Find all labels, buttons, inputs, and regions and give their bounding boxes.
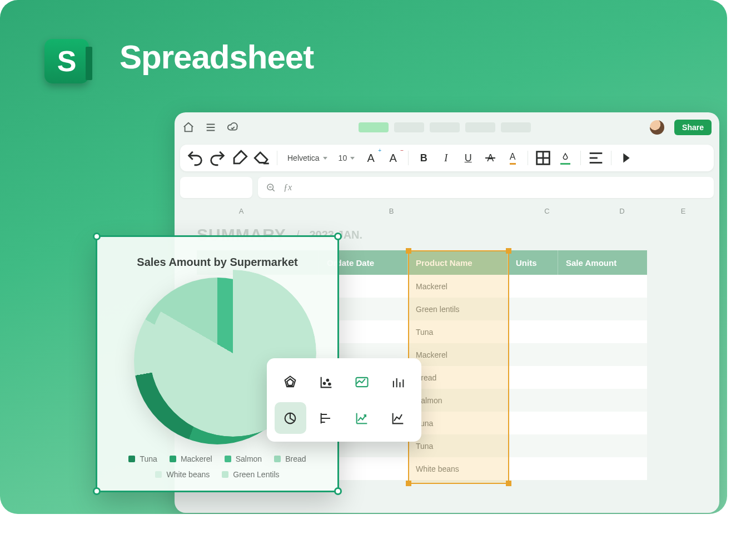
product-cell[interactable]: Green lentils: [408, 298, 508, 320]
formula-bar[interactable]: ƒx: [258, 177, 714, 198]
chart-type-column-icon[interactable]: [382, 366, 414, 398]
product-cell[interactable]: White beans: [408, 457, 508, 480]
col-header-B[interactable]: B: [286, 202, 497, 219]
table-header-product[interactable]: Product Name: [408, 250, 508, 275]
font-family-select[interactable]: Helvetica: [283, 154, 332, 162]
decrease-font-icon[interactable]: A−: [384, 149, 402, 167]
product-cell[interactable]: Tuna: [408, 320, 508, 343]
legend-swatch: [222, 471, 228, 478]
home-icon[interactable]: [182, 121, 195, 134]
product-cell[interactable]: Bread: [408, 366, 508, 389]
formatting-toolbar: Helvetica 10 A+ A− B I U A A: [180, 145, 714, 171]
product-cell[interactable]: Tuna: [408, 412, 508, 434]
legend-swatch: [225, 456, 231, 462]
resize-handle[interactable]: [334, 487, 342, 495]
svg-marker-14: [287, 379, 294, 385]
window-tab[interactable]: [394, 122, 424, 132]
font-size-select[interactable]: 10: [335, 154, 359, 162]
chart-type-line-icon[interactable]: [382, 402, 414, 434]
chart-legend: Tuna Mackerel Salmon Bread White beans G…: [97, 454, 337, 479]
fx-label: ƒx: [284, 182, 292, 192]
underline-icon[interactable]: U: [459, 149, 478, 167]
table-header-units[interactable]: Units: [508, 250, 558, 275]
svg-marker-9: [624, 154, 630, 163]
chart-title: Sales Amount by Supermarket: [97, 256, 337, 269]
hero-title: Spreadsheet: [120, 38, 314, 76]
cell-reference-input[interactable]: [180, 177, 252, 198]
resize-handle[interactable]: [93, 487, 101, 495]
window-tabs: [359, 122, 531, 132]
strikethrough-icon[interactable]: A: [481, 149, 500, 167]
product-cell[interactable]: Mackerel: [408, 275, 508, 298]
chart-type-radar-icon[interactable]: [275, 366, 306, 398]
legend-swatch: [274, 456, 281, 462]
chart-type-popover: [267, 358, 421, 442]
borders-icon[interactable]: [534, 149, 553, 167]
italic-icon[interactable]: I: [436, 149, 455, 167]
product-cell[interactable]: Mackerel: [408, 343, 508, 366]
column-headers: A B C D E: [175, 202, 719, 219]
window-tab[interactable]: [359, 122, 389, 132]
fill-color-icon[interactable]: [556, 149, 575, 167]
legend-item: Green Lentils: [222, 470, 279, 479]
legend-swatch: [128, 456, 135, 462]
col-header-A[interactable]: A: [197, 202, 286, 219]
redo-icon[interactable]: [208, 149, 227, 167]
menu-icon[interactable]: [205, 121, 217, 134]
format-painter-icon[interactable]: [230, 149, 249, 167]
legend-item: White beans: [155, 470, 210, 479]
undo-icon[interactable]: [186, 149, 205, 167]
chart-type-pie-icon[interactable]: [275, 402, 306, 434]
chart-type-trend-icon[interactable]: [346, 402, 378, 434]
col-header-D[interactable]: D: [597, 202, 647, 219]
increase-font-icon[interactable]: A+: [361, 149, 380, 167]
legend-swatch: [170, 456, 176, 462]
window-tab[interactable]: [430, 122, 460, 132]
user-avatar[interactable]: [650, 120, 664, 135]
col-header-E[interactable]: E: [647, 202, 719, 219]
more-tools-icon[interactable]: [617, 149, 636, 167]
window-tab[interactable]: [465, 122, 495, 132]
legend-item: Salmon: [225, 454, 262, 463]
window-titlebar: Share: [175, 112, 719, 142]
chart-type-bar-icon[interactable]: [311, 402, 342, 434]
svg-point-17: [329, 383, 331, 385]
font-color-icon[interactable]: A: [503, 149, 522, 167]
bold-icon[interactable]: B: [414, 149, 433, 167]
share-button[interactable]: Share: [674, 120, 712, 135]
cloud-sync-icon[interactable]: [227, 121, 239, 134]
product-cell[interactable]: Tuna: [408, 434, 508, 457]
svg-point-16: [326, 379, 329, 381]
align-icon[interactable]: [586, 149, 605, 167]
app-logo: S: [44, 39, 89, 83]
chevron-down-icon: [323, 157, 327, 160]
chevron-down-icon: [350, 157, 355, 160]
resize-handle[interactable]: [334, 233, 342, 240]
resize-handle[interactable]: [93, 233, 101, 240]
legend-item: Tuna: [128, 454, 157, 463]
svg-line-11: [272, 189, 275, 191]
legend-item: Bread: [274, 454, 306, 463]
chart-type-scatter-icon[interactable]: [311, 366, 342, 398]
window-tab[interactable]: [501, 122, 531, 132]
legend-item: Mackerel: [170, 454, 212, 463]
promo-canvas: S Spreadsheet Share: [0, 0, 727, 514]
formula-bar-row: ƒx: [175, 174, 719, 200]
svg-point-15: [324, 382, 326, 384]
chart-type-area-icon[interactable]: [346, 366, 378, 398]
table-header-amount[interactable]: Sale Amount: [558, 250, 647, 275]
col-header-C[interactable]: C: [497, 202, 597, 219]
legend-swatch: [155, 471, 162, 478]
product-cell[interactable]: Salmon: [408, 389, 508, 412]
app-logo-letter: S: [57, 44, 77, 78]
font-size-value: 10: [339, 154, 347, 162]
eraser-icon[interactable]: [252, 149, 271, 167]
font-family-value: Helvetica: [287, 154, 320, 162]
cancel-formula-icon[interactable]: [266, 182, 276, 192]
